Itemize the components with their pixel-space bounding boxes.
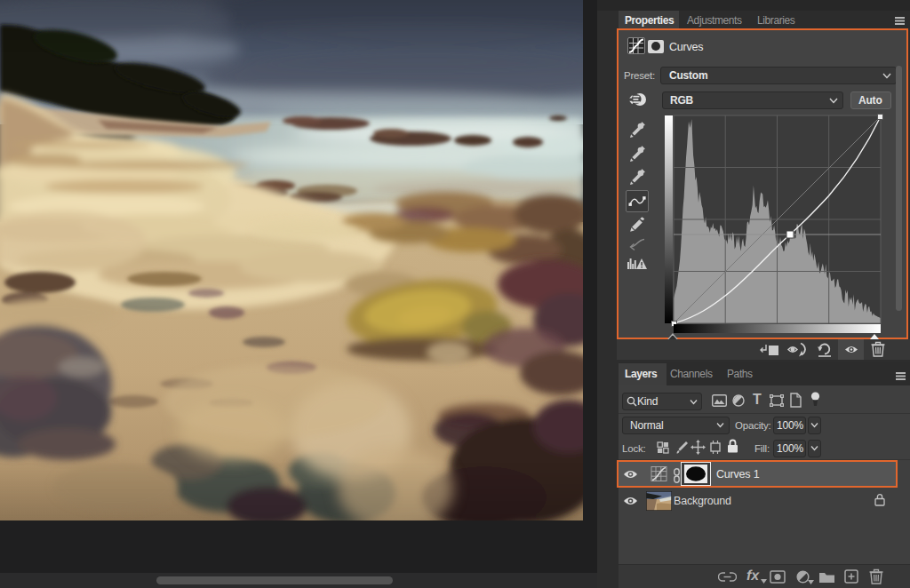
svg-text:fx: fx xyxy=(746,568,760,584)
